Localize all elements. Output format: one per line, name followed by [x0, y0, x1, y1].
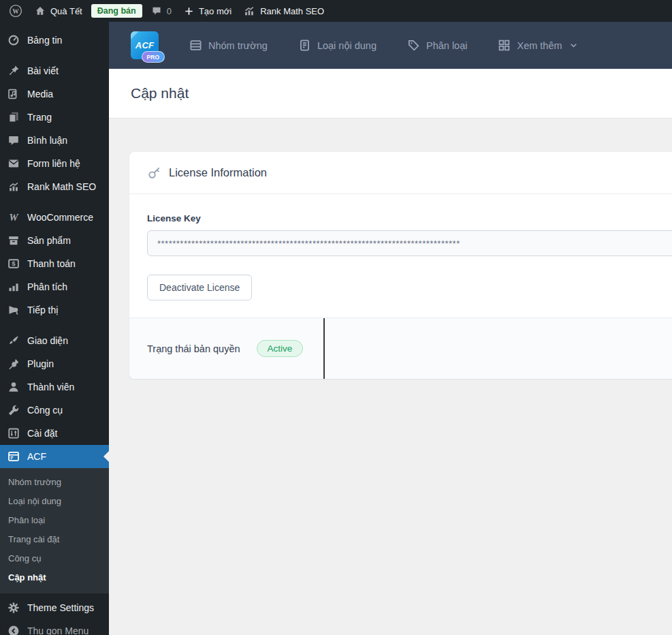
submenu-item-updates[interactable]: Cập nhật [0, 568, 109, 587]
paintbrush-icon [7, 334, 20, 347]
store-status-badge: Đang bán [91, 4, 142, 18]
sidebar-item-label: Media [27, 89, 53, 99]
sidebar-item-label: Tiếp thị [27, 305, 58, 315]
acf-nav-label: Nhóm trường [208, 40, 268, 51]
sidebar-item-rankmath[interactable]: Rank Math SEO [0, 175, 109, 198]
license-key-label: License Key [147, 213, 672, 223]
license-status-cell: Trạng thái bản quyền Active [129, 318, 323, 379]
sidebar-item-label: Giao diện [27, 335, 68, 346]
acf-nav-label: Xem thêm [517, 40, 562, 51]
sidebar-item-woocommerce[interactable]: W WooCommerce [0, 206, 109, 229]
card-header: License Information [129, 152, 672, 194]
payment-icon: $ [7, 257, 20, 270]
license-key-input[interactable] [147, 230, 672, 256]
gear-icon [7, 601, 20, 615]
submenu-item-options-pages[interactable]: Trang cài đặt [0, 530, 109, 549]
menu-separator [0, 322, 109, 329]
sidebar-item-label: Bảng tin [27, 35, 62, 46]
sidebar-item-payments[interactable]: $ Thanh toán [0, 252, 109, 275]
sidebar-item-contact-form[interactable]: Form liên hệ [0, 152, 109, 175]
menu-separator [0, 52, 109, 59]
woocommerce-icon: W [7, 211, 20, 224]
sidebar-item-media[interactable]: Media [0, 82, 109, 106]
sidebar-item-label: Bình luận [27, 135, 67, 146]
new-content-menu[interactable]: Tạo mới [178, 0, 238, 22]
site-menu[interactable]: Quà Tết [29, 0, 89, 22]
sidebar-item-label: Form liên hệ [27, 158, 80, 169]
admin-sidebar: Bảng tin Bài viết Media Trang Bình [0, 22, 109, 635]
sidebar-item-settings[interactable]: Cài đặt [0, 422, 109, 445]
sidebar-item-pages[interactable]: Trang [0, 106, 109, 129]
plus-icon [184, 6, 194, 16]
sidebar-item-label: Bài viết [27, 65, 59, 76]
admin-bar: W Quà Tết Đang bán 0 Tạo mới Rank Math S… [0, 0, 672, 22]
collapse-menu-button[interactable]: Thu gọn Menu [0, 619, 109, 635]
tag-icon [407, 39, 420, 52]
card-title: License Information [169, 166, 267, 179]
sidebar-item-theme-settings[interactable]: Theme Settings [0, 596, 109, 619]
rankmath-icon [244, 5, 255, 17]
acf-nav-more[interactable]: Xem thêm [498, 39, 578, 52]
sidebar-item-plugins[interactable]: Plugin [0, 352, 109, 375]
acf-nav-label: Phân loại [426, 40, 467, 51]
acf-nav-taxonomies[interactable]: Phân loại [407, 39, 467, 52]
comments-menu[interactable]: 0 [145, 0, 178, 22]
page-content: License Information License Key Deactiva… [109, 119, 672, 635]
acf-logo[interactable]: ACF PRO [131, 31, 159, 59]
sidebar-item-label: Thành viên [27, 382, 74, 392]
chevron-down-icon [569, 40, 579, 50]
plugin-icon [7, 357, 20, 371]
acf-icon [7, 450, 20, 463]
sidebar-item-label: Công cụ [27, 405, 63, 416]
site-name: Quà Tết [50, 6, 82, 16]
home-icon [35, 5, 46, 16]
sidebar-item-acf[interactable]: ACF [0, 445, 109, 468]
pin-icon [7, 64, 20, 78]
sidebar-item-label: Phân tích [27, 281, 67, 292]
media-icon [7, 87, 20, 101]
new-content-label: Tạo mới [199, 6, 231, 16]
pages-icon [7, 110, 20, 124]
acf-top-nav: ACF PRO Nhóm trường Loại nội dung Phân l… [109, 22, 672, 69]
comment-icon [7, 134, 20, 147]
rankmath-icon [7, 180, 20, 193]
sidebar-item-users[interactable]: Thành viên [0, 375, 109, 399]
sidebar-item-label: Sản phẩm [27, 235, 71, 246]
acf-nav-field-groups[interactable]: Nhóm trường [189, 39, 268, 52]
card-body: License Key Deactivate License [129, 194, 672, 318]
collapse-menu-label: Thu gọn Menu [27, 625, 89, 635]
license-status-badge: Active [257, 340, 304, 357]
sidebar-item-label: ACF [27, 451, 46, 462]
sidebar-item-analytics[interactable]: Phân tích [0, 275, 109, 298]
sidebar-item-products[interactable]: Sản phẩm [0, 229, 109, 252]
submenu-item-tools[interactable]: Công cụ [0, 549, 109, 568]
submenu-item-field-groups[interactable]: Nhóm trường [0, 473, 109, 492]
acf-logo-text: ACF [135, 40, 155, 50]
sidebar-item-dashboard[interactable]: Bảng tin [0, 29, 109, 52]
key-icon [147, 166, 161, 180]
wordpress-menu[interactable]: W [3, 0, 29, 22]
sidebar-item-tools[interactable]: Công cụ [0, 399, 109, 422]
deactivate-license-button[interactable]: Deactivate License [147, 275, 252, 300]
rows-icon [189, 39, 202, 52]
user-icon [7, 380, 20, 394]
wordpress-logo-icon: W [9, 4, 22, 18]
rankmath-menu[interactable]: Rank Math SEO [238, 0, 330, 22]
comment-bubble-icon [151, 5, 162, 16]
submenu-item-post-types[interactable]: Loại nội dung [0, 492, 109, 511]
sidebar-item-comments[interactable]: Bình luận [0, 129, 109, 152]
license-status-empty-cell [325, 318, 672, 379]
grid-icon [498, 39, 511, 52]
submenu-item-taxonomies[interactable]: Phân loại [0, 511, 109, 530]
acf-nav-post-types[interactable]: Loại nội dung [298, 39, 377, 52]
analytics-icon [7, 280, 20, 294]
sidebar-item-appearance[interactable]: Giao diện [0, 329, 109, 352]
product-box-icon [7, 234, 20, 247]
rankmath-label: Rank Math SEO [260, 6, 324, 16]
license-status-row: Trạng thái bản quyền Active [129, 318, 672, 379]
sidebar-item-posts[interactable]: Bài viết [0, 59, 109, 82]
sidebar-item-label: Trang [27, 112, 52, 123]
sidebar-item-marketing[interactable]: Tiếp thị [0, 298, 109, 322]
page-title: Cập nhật [131, 85, 189, 102]
sidebar-item-label: WooCommerce [27, 212, 93, 223]
